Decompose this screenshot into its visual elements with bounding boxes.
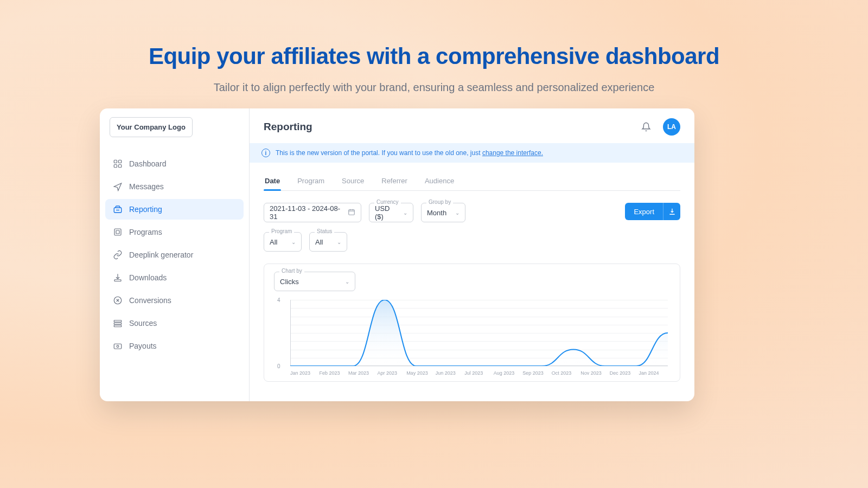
svg-rect-11 (114, 325, 122, 327)
currency-select[interactable]: USD ($)⌄ (369, 203, 413, 222)
line-chart (290, 300, 668, 366)
chevron-down-icon: ⌄ (337, 239, 341, 245)
y-tick: 0 (277, 363, 280, 369)
sidebar-item-label: Deeplink generator (129, 251, 193, 259)
calendar-icon (348, 208, 355, 217)
sources-icon (113, 318, 123, 328)
svg-rect-10 (114, 323, 122, 324)
downloads-icon (113, 273, 123, 282)
filters-row-2: Program All⌄ Status All⌄ (264, 232, 680, 252)
x-label: Jul 2023 (464, 370, 494, 376)
program-select[interactable]: All⌄ (264, 232, 302, 252)
conversions-icon (113, 296, 123, 305)
chevron-down-icon: ⌄ (345, 279, 349, 285)
bell-icon[interactable] (641, 122, 651, 132)
info-banner: i This is the new version of the portal.… (250, 143, 694, 163)
deeplink-icon (113, 250, 123, 260)
date-range-picker[interactable]: 2021-11-03 - 2024-08-31 (264, 203, 361, 222)
svg-rect-1 (119, 160, 122, 163)
chart-area: 04Jan 2023Feb 2023Mar 2023Apr 2023May 20… (290, 300, 668, 376)
sidebar-item-label: Sources (129, 319, 157, 328)
x-label: Apr 2023 (378, 370, 407, 376)
chevron-down-icon: ⌄ (291, 239, 296, 245)
currency-label: Currency (374, 199, 401, 205)
x-label: Mar 2023 (348, 370, 378, 376)
x-label: May 2023 (406, 370, 436, 376)
x-label: Oct 2023 (552, 370, 581, 376)
tab-referrer[interactable]: Referrer (380, 174, 409, 190)
svg-rect-7 (114, 280, 121, 281)
sidebar-item-messages[interactable]: Messages (105, 176, 244, 197)
export-button[interactable]: Export (625, 203, 663, 220)
avatar[interactable]: LA (663, 118, 680, 136)
chart-panel: Chart by Clicks⌄ 04Jan 2023Feb 2023Mar 2… (264, 264, 680, 382)
sidebar-item-label: Dashboard (129, 159, 167, 168)
tab-source[interactable]: Source (341, 174, 365, 190)
x-label: Aug 2023 (494, 370, 523, 376)
groupby-select[interactable]: Month⌄ (421, 203, 465, 222)
svg-rect-6 (116, 230, 119, 234)
x-label: Feb 2023 (320, 370, 349, 376)
svg-point-13 (117, 345, 119, 348)
company-logo: Your Company Logo (110, 117, 193, 137)
program-label: Program (269, 228, 294, 234)
sidebar-item-programs[interactable]: Programs (105, 222, 244, 242)
dashboard-icon (113, 159, 123, 169)
dashboard-card: Your Company Logo DashboardMessagesRepor… (100, 108, 694, 401)
sidebar-item-label: Conversions (129, 296, 171, 305)
sidebar-item-dashboard[interactable]: Dashboard (105, 153, 244, 174)
chartby-label: Chart by (279, 268, 304, 274)
svg-rect-5 (114, 229, 121, 235)
sidebar-item-downloads[interactable]: Downloads (105, 267, 244, 288)
sidebar-item-label: Messages (129, 182, 164, 191)
download-icon[interactable] (663, 203, 680, 220)
chartby-select[interactable]: Clicks⌄ (274, 272, 355, 291)
y-tick: 4 (277, 297, 280, 303)
date-range-value: 2021-11-03 - 2024-08-31 (270, 204, 343, 221)
x-label: Jan 2024 (639, 370, 668, 376)
header: Reporting LA (250, 108, 694, 143)
tab-date[interactable]: Date (264, 174, 281, 190)
sidebar-item-label: Downloads (129, 273, 167, 282)
sidebar-item-label: Programs (129, 228, 162, 236)
groupby-label: Group by (426, 199, 453, 205)
svg-rect-14 (349, 209, 355, 214)
svg-rect-0 (114, 160, 117, 163)
x-label: Jun 2023 (436, 370, 465, 376)
svg-rect-12 (114, 344, 122, 349)
main-panel: Reporting LA i This is the new version o… (250, 108, 694, 401)
sidebar-item-reporting[interactable]: Reporting (105, 199, 244, 220)
export-group: Export (625, 203, 680, 220)
banner-text: This is the new version of the portal. I… (276, 149, 482, 157)
content: DateProgramSourceReferrerAudience 2021-1… (250, 163, 694, 382)
tab-program[interactable]: Program (296, 174, 326, 190)
sidebar-item-sources[interactable]: Sources (105, 313, 244, 333)
status-label: Status (315, 228, 334, 234)
svg-rect-2 (114, 165, 117, 168)
payouts-icon (113, 341, 123, 351)
x-label: Dec 2023 (610, 370, 639, 376)
reporting-icon (113, 204, 123, 214)
sidebar-nav: DashboardMessagesReportingProgramsDeepli… (100, 153, 249, 356)
filters-row-1: 2021-11-03 - 2024-08-31 Currency USD ($)… (264, 203, 680, 222)
banner-link[interactable]: change the interface. (482, 149, 543, 157)
sidebar-item-label: Payouts (129, 342, 157, 350)
status-select[interactable]: All⌄ (309, 232, 347, 252)
x-label: Nov 2023 (580, 370, 610, 376)
hero-title: Equip your affiliates with a comprehensi… (0, 0, 868, 69)
page-title: Reporting (264, 121, 312, 133)
x-label: Jan 2023 (290, 370, 320, 376)
svg-rect-3 (119, 165, 122, 168)
tab-audience[interactable]: Audience (424, 174, 455, 190)
info-icon: i (261, 149, 270, 157)
logo-container: Your Company Logo (110, 117, 239, 137)
x-label: Sep 2023 (522, 370, 552, 376)
hero-subtitle: Tailor it to align perfectly with your b… (0, 81, 868, 94)
programs-icon (113, 227, 123, 237)
tabs: DateProgramSourceReferrerAudience (264, 174, 680, 191)
svg-rect-9 (114, 320, 122, 322)
sidebar: Your Company Logo DashboardMessagesRepor… (100, 108, 250, 401)
sidebar-item-conversions[interactable]: Conversions (105, 290, 244, 311)
sidebar-item-deeplink[interactable]: Deeplink generator (105, 245, 244, 265)
sidebar-item-payouts[interactable]: Payouts (105, 336, 244, 356)
